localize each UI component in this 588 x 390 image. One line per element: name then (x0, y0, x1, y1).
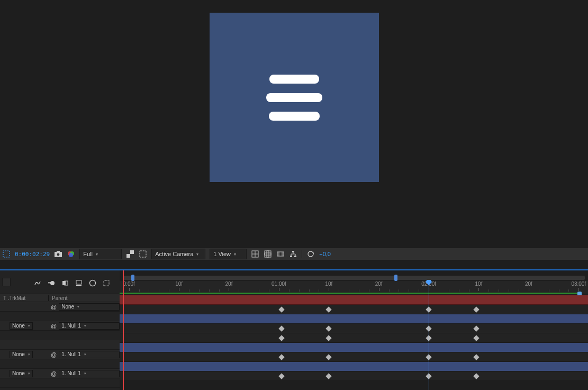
work-area-start-handle[interactable] (131, 275, 134, 281)
frame-blend-icon[interactable] (61, 279, 69, 288)
pickwhip-icon[interactable]: @ (51, 370, 57, 377)
property-row[interactable] (0, 312, 120, 321)
motion-blur-icon[interactable] (48, 279, 55, 288)
work-area-bar[interactable] (123, 276, 585, 280)
pickwhip-icon[interactable]: @ (51, 351, 57, 358)
layer-row[interactable]: @None▾ (0, 302, 120, 312)
resolution-dropdown[interactable]: Full ▾ (79, 249, 122, 259)
preview-canvas (210, 13, 379, 182)
ruler-tick: 20f (225, 281, 233, 287)
layer-duration-bar[interactable] (120, 362, 588, 371)
channel-icon[interactable] (67, 250, 75, 258)
trkmat-dropdown[interactable]: None▾ (10, 370, 33, 377)
svg-point-35 (90, 280, 96, 286)
timeline-panel: T .TrkMat Parent @None▾None▾@1. Null 1▾N… (0, 270, 588, 390)
svg-rect-17 (277, 252, 284, 256)
region-of-interest-icon[interactable] (2, 250, 11, 258)
parent-column-header[interactable]: Parent (49, 295, 120, 301)
camera-dropdown[interactable]: Active Camera ▾ (151, 249, 205, 259)
ruler-tick: 10f (475, 281, 483, 287)
keyframe-diamond[interactable] (474, 335, 480, 341)
current-timecode[interactable]: 0:00:02:29 (15, 251, 50, 258)
keyframe-diamond[interactable] (325, 306, 331, 312)
keyframe-diamond[interactable] (278, 373, 284, 379)
composition-viewer[interactable] (0, 0, 588, 244)
time-start-indicator (123, 270, 124, 390)
graph-editor-icon[interactable] (89, 279, 96, 288)
timeline-left-pane: T .TrkMat Parent @None▾None▾@1. Null 1▾N… (0, 270, 120, 390)
property-lane[interactable] (120, 352, 588, 362)
shy-icon[interactable] (34, 279, 41, 288)
chevron-down-icon: ▾ (96, 252, 98, 257)
layer-duration-bar[interactable] (120, 314, 588, 323)
svg-rect-20 (292, 251, 294, 252)
property-row[interactable] (0, 378, 120, 388)
playhead[interactable] (429, 281, 429, 390)
mask-icon[interactable] (139, 250, 147, 258)
view-dropdown[interactable]: 1 View ▾ (210, 249, 247, 259)
snapshot-icon[interactable] (54, 250, 62, 258)
layer-duration-bar[interactable] (120, 343, 588, 352)
ruler-tick: 0:00f (123, 281, 135, 287)
work-area-end-handle[interactable] (394, 275, 397, 281)
keyframe-diamond[interactable] (474, 373, 480, 379)
parent-dropdown[interactable]: 1. Null 1▾ (59, 351, 120, 358)
timeline-lanes (120, 295, 588, 390)
layer-duration-bar[interactable] (120, 295, 588, 305)
keyframe-diamond[interactable] (474, 306, 480, 312)
cached-preview-bar (120, 293, 577, 294)
layer-row[interactable]: None▾@1. Null 1▾ (0, 369, 120, 378)
pixel-aspect-icon[interactable] (276, 250, 285, 258)
pickwhip-icon[interactable]: @ (51, 304, 57, 310)
layer-bar-lane[interactable] (120, 295, 588, 305)
render-queue-icon[interactable] (103, 279, 110, 288)
parent-dropdown[interactable]: None▾ (59, 303, 120, 311)
property-lane[interactable] (120, 305, 588, 314)
draft-3d-icon[interactable] (75, 279, 83, 288)
keyframe-diamond[interactable] (278, 335, 284, 341)
timeline-graph-area[interactable]: 0:00f10f20f01:00f10f20f02:00f10f20f03:00… (120, 270, 588, 390)
trkmat-dropdown[interactable]: None▾ (10, 322, 33, 330)
timeline-left-header (0, 270, 120, 294)
keyframe-diamond[interactable] (325, 354, 331, 360)
keyframe-diamond[interactable] (325, 373, 331, 379)
svg-rect-14 (265, 251, 271, 257)
trkmat-dropdown[interactable]: None▾ (10, 351, 33, 358)
exposure-reset-icon[interactable] (306, 250, 315, 258)
keyframe-diamond[interactable] (325, 325, 331, 331)
ruler-tick: 10f (325, 281, 332, 287)
svg-rect-9 (130, 254, 134, 258)
keyframe-diamond[interactable] (325, 335, 331, 341)
property-row[interactable] (0, 340, 120, 350)
property-lane[interactable] (120, 371, 588, 381)
layer-row[interactable]: None▾@1. Null 1▾ (0, 321, 120, 331)
exposure-value[interactable]: +0,0 (319, 251, 331, 257)
resolution-label: Full (83, 251, 93, 257)
layer-bar-lane[interactable] (120, 314, 588, 324)
ruler-tick: 20f (375, 281, 383, 287)
svg-point-3 (57, 253, 60, 256)
flowchart-icon[interactable] (289, 250, 297, 258)
shape-bar-3 (269, 112, 320, 121)
property-row[interactable] (0, 359, 120, 369)
layer-bar-lane[interactable] (120, 343, 588, 352)
svg-rect-2 (57, 251, 60, 252)
keyframe-diamond[interactable] (278, 354, 284, 360)
keyframe-diamond[interactable] (474, 354, 480, 360)
parent-dropdown[interactable]: 1. Null 1▾ (59, 322, 120, 330)
parent-dropdown[interactable]: 1. Null 1▾ (59, 370, 120, 377)
keyframe-diamond[interactable] (474, 325, 480, 331)
svg-rect-10 (140, 251, 146, 257)
guides-icon[interactable] (251, 250, 259, 258)
layer-bar-lane[interactable] (120, 362, 588, 371)
property-lane[interactable] (120, 324, 588, 333)
transparency-grid-icon[interactable] (126, 250, 134, 258)
trkmat-column-header[interactable]: T .TrkMat (0, 295, 49, 301)
pickwhip-icon[interactable]: @ (51, 323, 57, 329)
layer-row[interactable]: None▾@1. Null 1▾ (0, 350, 120, 359)
keyframe-diamond[interactable] (278, 306, 284, 312)
keyframe-diamond[interactable] (278, 325, 284, 331)
grid-icon[interactable] (264, 250, 272, 258)
property-row[interactable] (0, 331, 120, 340)
property-lane[interactable] (120, 333, 588, 343)
